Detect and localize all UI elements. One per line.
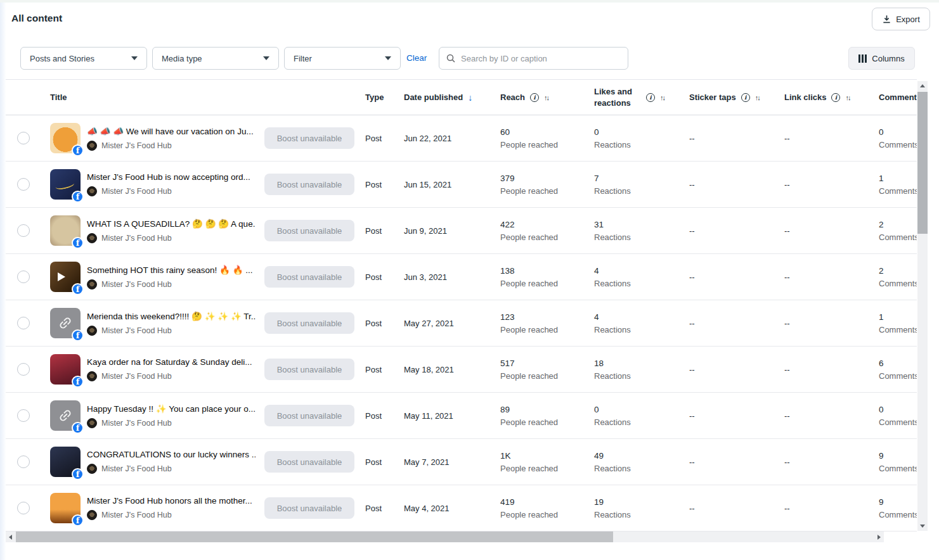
table-row[interactable]: Something HOT this rainy season! 🔥 🔥 ...… [0, 254, 917, 300]
post-thumbnail[interactable] [50, 262, 81, 292]
post-title[interactable]: Merienda this weekend?!!!! 🤔 ✨ ✨ ✨ Tr... [87, 311, 256, 321]
sticker-taps-value: -- [689, 365, 784, 374]
table-row[interactable]: CONGRATULATIONS to our lucky winners ...… [0, 439, 917, 485]
row-select-checkbox[interactable] [17, 270, 30, 283]
post-title[interactable]: 📣 📣 📣 We will have our vacation on Ju... [87, 126, 256, 136]
post-thumbnail[interactable] [50, 400, 81, 431]
sort-icon[interactable]: ↑↓ [845, 94, 850, 101]
facebook-icon [72, 237, 84, 249]
boost-button: Boost unavailable [264, 359, 354, 380]
post-thumbnail[interactable] [50, 354, 81, 385]
sticker-taps-value: -- [689, 411, 784, 421]
page-avatar [87, 371, 97, 381]
row-select-checkbox[interactable] [17, 363, 30, 376]
sticker-taps-value: -- [689, 272, 784, 282]
column-header-date[interactable]: Date published ↓ [404, 92, 500, 103]
facebook-icon [72, 191, 84, 203]
column-header-link-clicks[interactable]: Link clicks i ↑↓ [784, 92, 879, 102]
info-icon[interactable]: i [741, 93, 750, 102]
post-title[interactable]: Mister J's Food Hub is now accepting ord… [87, 172, 256, 182]
column-header-reach[interactable]: Reach i ↑↓ [500, 92, 594, 102]
reactions-metric: 0Reactions [594, 405, 689, 427]
row-select-checkbox[interactable] [17, 224, 30, 237]
comments-metric: 2Comments [879, 220, 917, 242]
sort-icon[interactable]: ↑↓ [755, 94, 760, 101]
post-title[interactable]: WHAT IS A QUESADILLA? 🤔 🤔 🤔 A que... [87, 219, 256, 229]
reactions-metric: 49Reactions [594, 451, 689, 473]
row-select-checkbox[interactable] [17, 317, 30, 329]
post-title[interactable]: Happy Tuesday !! ✨ You can place your o.… [87, 404, 256, 414]
page-avatar [87, 464, 97, 474]
table-row[interactable]: Merienda this weekend?!!!! 🤔 ✨ ✨ ✨ Tr...… [0, 300, 917, 347]
comments-metric: 2Comments [879, 266, 917, 288]
page-avatar [87, 279, 97, 290]
date-published: May 7, 2021 [404, 457, 500, 467]
sort-descending-icon[interactable]: ↓ [468, 92, 472, 103]
post-thumbnail[interactable] [50, 215, 81, 246]
column-header-title: Title [50, 92, 365, 102]
column-header-comments[interactable]: Comments [879, 92, 917, 102]
link-clicks-value: -- [784, 365, 879, 374]
table-row[interactable]: Happy Tuesday !! ✨ You can place your o.… [0, 393, 917, 439]
vertical-scrollbar-thumb[interactable] [917, 92, 928, 234]
row-select-checkbox[interactable] [17, 132, 30, 144]
facebook-icon [72, 422, 84, 434]
row-select-checkbox[interactable] [17, 178, 30, 191]
table-row[interactable]: Mister J's Food Hub honors all the mothe… [0, 485, 917, 531]
info-icon[interactable]: i [530, 93, 539, 102]
columns-button[interactable]: Columns [848, 47, 915, 70]
sort-icon[interactable]: ↑↓ [660, 94, 664, 101]
facebook-icon [72, 329, 84, 341]
row-select-checkbox[interactable] [17, 455, 30, 468]
media-type-dropdown[interactable]: Media type [152, 47, 279, 70]
table-row[interactable]: 📣 📣 📣 We will have our vacation on Ju...… [0, 115, 917, 162]
reach-metric: 138People reached [500, 266, 594, 288]
post-thumbnail[interactable] [50, 308, 81, 338]
scroll-up-arrow[interactable] [917, 81, 928, 91]
horizontal-scrollbar[interactable] [5, 531, 884, 542]
page-avatar [87, 510, 97, 520]
horizontal-scrollbar-thumb[interactable] [16, 531, 613, 542]
page-name: Mister J's Food Hub [101, 372, 172, 381]
content-type-dropdown[interactable]: Posts and Stories [20, 47, 147, 70]
post-title[interactable]: Kaya order na for Saturday & Sunday deli… [87, 357, 256, 367]
column-header-likes[interactable]: Likes and reactions i ↑↓ [594, 86, 689, 108]
page-name: Mister J's Food Hub [101, 326, 172, 335]
post-thumbnail[interactable] [50, 123, 81, 153]
post-title[interactable]: Something HOT this rainy season! 🔥 🔥 ... [87, 265, 256, 275]
export-button[interactable]: Export [872, 8, 930, 30]
scroll-right-arrow[interactable] [874, 531, 884, 542]
chevron-down-icon [263, 56, 269, 60]
sort-icon[interactable]: ↑↓ [544, 94, 548, 101]
column-header-sticker-taps[interactable]: Sticker taps i ↑↓ [689, 92, 784, 102]
post-title[interactable]: Mister J's Food Hub honors all the mothe… [87, 496, 256, 506]
filter-dropdown[interactable]: Filter [284, 47, 401, 70]
post-type: Post [365, 134, 404, 143]
search-input[interactable] [461, 54, 621, 63]
vertical-scrollbar[interactable] [917, 81, 928, 531]
clear-filters-link[interactable]: Clear [406, 53, 427, 63]
info-icon[interactable]: i [831, 93, 840, 102]
page-name: Mister J's Food Hub [101, 141, 172, 150]
scroll-down-arrow[interactable] [917, 521, 928, 531]
post-title[interactable]: CONGRATULATIONS to our lucky winners ... [87, 450, 256, 459]
scroll-left-arrow[interactable] [5, 531, 15, 542]
reactions-metric: 18Reactions [594, 359, 689, 381]
columns-icon [858, 54, 867, 63]
post-type: Post [365, 180, 404, 189]
row-select-checkbox[interactable] [17, 502, 30, 514]
table-row[interactable]: Kaya order na for Saturday & Sunday deli… [0, 347, 917, 393]
page-avatar [87, 141, 97, 151]
table-row[interactable]: Mister J's Food Hub is now accepting ord… [0, 162, 917, 208]
table-row[interactable]: WHAT IS A QUESADILLA? 🤔 🤔 🤔 A que... Mis… [0, 208, 917, 254]
info-icon[interactable]: i [646, 93, 655, 102]
search-box[interactable] [439, 47, 628, 70]
comments-metric: 6Comments [879, 359, 917, 381]
row-select-checkbox[interactable] [17, 409, 30, 422]
post-thumbnail[interactable] [50, 447, 81, 477]
reach-metric: 517People reached [500, 359, 594, 381]
page-avatar [87, 233, 97, 243]
page-name: Mister J's Food Hub [101, 187, 172, 196]
post-thumbnail[interactable] [50, 493, 81, 523]
post-thumbnail[interactable] [50, 169, 81, 200]
